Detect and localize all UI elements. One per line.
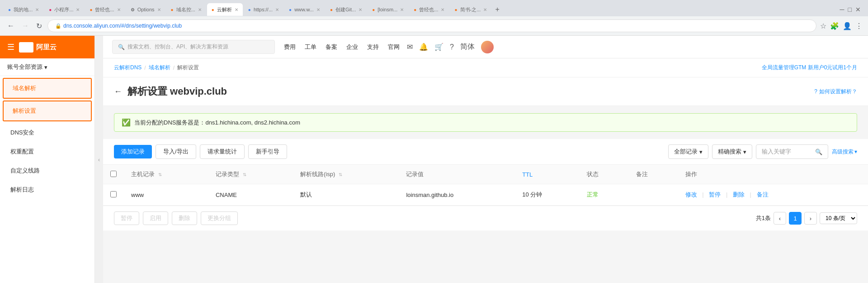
tab-cengjingye1[interactable]: ● 曾经也... ✕ — [85, 3, 125, 16]
col-host: 主机记录 ⇅ — [124, 165, 208, 184]
prev-page-button[interactable]: ‹ — [774, 212, 786, 225]
tab-close-icon[interactable]: ✕ — [275, 7, 279, 12]
sidebar-collapse-button[interactable]: ‹ — [95, 36, 103, 283]
record-toolbar: 添加记录 导入/导出 请求量统计 新手引导 全部记录 ▾ 精确搜索 ▾ 输入关键… — [103, 139, 868, 165]
tab-cengjingye2[interactable]: ● 曾经也... ✕ — [409, 3, 449, 16]
new-tab-button[interactable]: + — [492, 5, 502, 14]
sidebar-item-dns-security[interactable]: DNS安全 — [0, 123, 94, 142]
hamburger-icon[interactable]: ☰ — [7, 42, 14, 52]
bookmark-icon[interactable]: ☆ — [820, 22, 826, 30]
records-table-wrap: 主机记录 ⇅ 记录类型 ⇅ 解析线路(isp) ⇅ 记录值 — [103, 165, 868, 206]
tab-jianshu[interactable]: ● 简书-之... ✕ — [450, 3, 491, 16]
breadcrumb-promo[interactable]: 全局流量管理GTM 新用户0元试用1个月 — [762, 64, 857, 72]
back-arrow-button[interactable]: ← — [114, 87, 122, 96]
import-export-button[interactable]: 导入/导出 — [156, 144, 196, 159]
tab-close-icon[interactable]: ✕ — [157, 7, 161, 12]
row-checkbox[interactable] — [110, 191, 117, 197]
minimize-button[interactable]: ─ — [840, 6, 844, 13]
browser-menu-icon[interactable]: ⋮ — [855, 22, 863, 30]
tab-yunjiex[interactable]: ● 云解析 ✕ — [207, 3, 243, 16]
account-menu[interactable]: 账号全部资源 ▾ — [7, 63, 78, 71]
cart-icon[interactable]: 🛒 — [434, 43, 443, 51]
refresh-button[interactable]: ↻ — [34, 20, 44, 32]
sidebar-item-domain-resolution[interactable]: 域名解析 — [3, 78, 92, 99]
sort-type-icon[interactable]: ⇅ — [243, 172, 246, 177]
back-button[interactable]: ← — [5, 20, 16, 32]
action-edit[interactable]: 修改 — [685, 191, 697, 198]
filter-select[interactable]: 全部记录 ▾ — [668, 144, 708, 159]
tab-xiaochengxu[interactable]: ● 小程序... ✕ — [44, 3, 84, 16]
next-page-button[interactable]: › — [804, 212, 817, 225]
mail-icon[interactable]: ✉ — [407, 43, 413, 51]
tab-https[interactable]: ● https://... ✕ — [244, 3, 283, 16]
sidebar-item-label: 权重配置 — [10, 148, 34, 155]
question-icon: ? — [814, 88, 817, 95]
tab-close-icon[interactable]: ✕ — [76, 7, 80, 12]
select-all-checkbox[interactable] — [110, 171, 117, 177]
close-window-button[interactable]: ✕ — [855, 6, 861, 13]
profile-icon[interactable]: 👤 — [843, 22, 852, 30]
collapse-arrow-icon: ‹ — [98, 157, 100, 163]
tab-options[interactable]: ⚙ Options ✕ — [126, 3, 165, 16]
tab-create-git[interactable]: ● 创建Git... ✕ — [326, 3, 367, 16]
tab-close-icon[interactable]: ✕ — [359, 7, 362, 12]
keyword-search[interactable]: 输入关键字 🔍 — [756, 144, 828, 159]
tab-loinsman[interactable]: ● [loinsm... ✕ — [368, 3, 408, 16]
add-record-button[interactable]: 添加记录 — [114, 145, 152, 158]
beginner-guide-button[interactable]: 新手引导 — [248, 144, 287, 159]
tab-close-icon[interactable]: ✕ — [483, 7, 487, 12]
tab-close-icon[interactable]: ✕ — [198, 7, 202, 12]
breadcrumb-link-dns[interactable]: 云解析DNS — [114, 64, 142, 72]
nav-link-guanwang[interactable]: 官网 — [388, 43, 400, 51]
nav-link-qiye[interactable]: 企业 — [346, 43, 358, 51]
sidebar-item-weight-config[interactable]: 权重配置 — [0, 142, 94, 161]
tab-close-icon[interactable]: ✕ — [117, 7, 121, 12]
total-count: 共1条 — [756, 214, 771, 222]
browser-toolbar-icons: ☆ 🧩 👤 ⋮ — [820, 22, 863, 30]
extensions-icon[interactable]: 🧩 — [830, 22, 839, 30]
page-size-select[interactable]: 10 条/页 20 条/页 50 条/页 — [820, 212, 857, 224]
search-icon: 🔍 — [118, 44, 125, 50]
sort-host-icon[interactable]: ⇅ — [158, 172, 162, 177]
breadcrumb-link-domain[interactable]: 域名解析 — [149, 64, 170, 72]
search-placeholder-text: 搜索文档、控制台、API、解决方案和资源 — [127, 43, 228, 51]
forward-button[interactable]: → — [20, 20, 31, 32]
action-pause[interactable]: 暂停 — [709, 191, 721, 198]
sidebar-item-parse-settings[interactable]: 解析设置 — [3, 101, 92, 121]
sort-line-icon[interactable]: ⇅ — [339, 172, 342, 177]
nav-link-beian[interactable]: 备案 — [326, 43, 337, 51]
sidebar-item-parse-log[interactable]: 解析日志 — [0, 180, 94, 199]
col-actions: 操作 — [678, 165, 868, 184]
maximize-button[interactable]: □ — [848, 6, 852, 13]
user-avatar[interactable] — [481, 41, 494, 53]
tab-wode[interactable]: ● 我的地... ✕ — [4, 3, 43, 16]
tab-close-icon[interactable]: ✕ — [235, 7, 238, 12]
global-search[interactable]: 🔍 搜索文档、控制台、API、解决方案和资源 — [112, 40, 275, 54]
url-bar[interactable]: 🔒 dns.console.aliyun.com/#/dns/setting/w… — [47, 19, 816, 32]
bottom-toolbar: 暂停 启用 删除 更换分组 共1条 ‹ 1 › 10 条/页 20 条/页 50… — [103, 206, 868, 230]
tab-close-icon[interactable]: ✕ — [316, 7, 320, 12]
page-1-button[interactable]: 1 — [789, 212, 802, 225]
batch-delete-button: 删除 — [172, 211, 197, 225]
nav-link-zhichi[interactable]: 支持 — [367, 43, 379, 51]
tab-close-icon[interactable]: ✕ — [35, 7, 39, 12]
request-stats-button[interactable]: 请求量统计 — [200, 144, 245, 159]
bell-icon[interactable]: 🔔 — [419, 43, 428, 51]
action-delete[interactable]: 删除 — [733, 191, 745, 198]
action-sep-3: | — [750, 191, 751, 198]
nav-link-gongdan[interactable]: 工单 — [305, 43, 316, 51]
tab-close-icon[interactable]: ✕ — [400, 7, 404, 12]
help-link[interactable]: ? 如何设置解析？ — [814, 88, 857, 96]
records-table: 主机记录 ⇅ 记录类型 ⇅ 解析线路(isp) ⇅ 记录值 — [103, 165, 868, 206]
sidebar-item-custom-line[interactable]: 自定义线路 — [0, 161, 94, 180]
action-remark[interactable]: 备注 — [757, 191, 769, 198]
lang-switch[interactable]: 简体 — [460, 42, 475, 52]
search-type-select[interactable]: 精确搜索 ▾ — [712, 144, 752, 159]
tab-close-icon[interactable]: ✕ — [441, 7, 444, 12]
help-icon[interactable]: ? — [450, 43, 454, 51]
lock-icon: 🔒 — [55, 23, 61, 29]
tab-domain-control[interactable]: ● 域名控... ✕ — [166, 3, 206, 16]
advanced-search-button[interactable]: 高级搜索 ▾ — [832, 148, 857, 156]
tab-www[interactable]: ● www.w... ✕ — [284, 3, 325, 16]
nav-link-feiyong[interactable]: 费用 — [284, 43, 296, 51]
